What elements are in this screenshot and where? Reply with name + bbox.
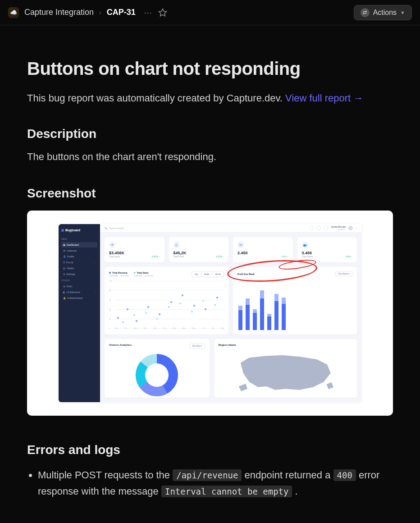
errors-heading: Errors and logs xyxy=(27,443,393,457)
code-endpoint: /api/revenue xyxy=(173,469,242,481)
screenshot-image[interactable]: Bugboard MENU ▦Dashboard⌄ 🗓Calendar 👤Pro… xyxy=(27,211,393,416)
mock-kpi-users: 👥 3.456 Total Users 0.6% ↑ xyxy=(297,237,357,262)
chevron-right-icon: › xyxy=(99,9,101,16)
breadcrumb-issue-key[interactable]: CAP-31 xyxy=(107,8,136,17)
chevron-down-icon: ▼ xyxy=(400,10,405,15)
mock-nav-ui: ◧UI Elements⌄ xyxy=(61,289,97,295)
intro-prefix: This bug report was automatically create… xyxy=(27,92,285,104)
bag-icon: 🛍 xyxy=(237,242,244,248)
mock-plot: 0 20 40 60 80 100 xyxy=(109,281,224,328)
mock-nav-settings: ⚙Settings xyxy=(61,271,97,277)
actions-button[interactable]: ⇄ Actions ▼ xyxy=(354,5,412,20)
mock-interval-segment: Day Week Month xyxy=(192,271,224,277)
more-icon[interactable]: ⋯ xyxy=(144,8,152,18)
mock-nav-auth: 🔒Authentication⌄ xyxy=(61,295,97,301)
description-heading: Description xyxy=(27,127,393,141)
mock-nav-tables: ▤Tables xyxy=(61,266,97,271)
dashboard-mock: Bugboard MENU ▦Dashboard⌄ 🗓Calendar 👤Pro… xyxy=(59,224,361,402)
mock-main: 🔍Type to search… Jordan BurnettEngineer … xyxy=(100,224,361,402)
svg-marker-0 xyxy=(159,9,166,16)
cart-icon: 🛒 xyxy=(173,242,180,248)
eye-icon: 👁 xyxy=(109,242,115,248)
issue-content: Buttons on chart not responding This bug… xyxy=(0,25,420,518)
mock-kpi-profit: 🛒 $45,2K Total Profit 4.22% ↑ xyxy=(169,237,229,262)
page-title: Buttons on chart not responding xyxy=(27,59,393,79)
view-full-report-link[interactable]: View full report → xyxy=(285,92,363,104)
actions-icon: ⇄ xyxy=(361,8,370,17)
screenshot-heading: Screenshot xyxy=(27,186,393,201)
mock-nav-calendar: 🗓Calendar xyxy=(61,248,97,253)
mock-nav-forms: ☰Forms⌄ xyxy=(61,260,97,265)
mock-others-heading: OTHERS xyxy=(61,280,97,282)
errors-section: Errors and logs Multiple POST requests t… xyxy=(27,443,393,500)
mock-sidebar: Bugboard MENU ▦Dashboard⌄ 🗓Calendar 👤Pro… xyxy=(59,224,100,402)
star-icon[interactable] xyxy=(158,8,167,17)
top-bar: ☁️ Capture Integration › CAP-31 ⋯ ⇄ Acti… xyxy=(0,0,420,25)
mock-search: 🔍Type to search… xyxy=(105,227,126,229)
mock-kpi-3: 🛍 2.450 1.6% ↑ xyxy=(233,237,293,262)
intro-text: This bug report was automatically create… xyxy=(27,92,393,104)
code-status: 400 xyxy=(333,469,356,481)
mock-topbar: 🔍Type to search… Jordan BurnettEngineer … xyxy=(100,224,361,233)
map-icon xyxy=(219,349,353,394)
code-message: Interval cannot be empty xyxy=(161,486,292,497)
mock-brand: Bugboard xyxy=(61,229,97,232)
mock-user-cluster: Jordan BurnettEngineer ⌄ xyxy=(309,226,357,230)
breadcrumb: ☁️ Capture Integration › CAP-31 ⋯ xyxy=(8,7,167,18)
mock-revenue-chart: Total Revenue 12.04.2022 – 12.05.2022 To… xyxy=(105,267,228,335)
mock-kpi-row: 👁 $3.456K Total views 5.42% ↑ 🛒 $45,2K T… xyxy=(105,237,357,262)
mock-nav-profile: 👤Profile xyxy=(61,254,97,259)
description-body: The buttons on the chart aren't respondi… xyxy=(27,151,393,163)
mock-kpi-views: 👁 $3.456K Total views 5.42% ↑ xyxy=(105,237,164,262)
breadcrumb-project[interactable]: Capture Integration xyxy=(24,8,94,17)
mock-nav-dashboard: ▦Dashboard⌄ xyxy=(61,242,97,248)
error-log-item: Multiple POST requests to the /api/reven… xyxy=(38,467,393,500)
actions-label: Actions xyxy=(373,9,397,17)
mock-region-map: Region labels xyxy=(214,339,357,398)
users-icon: 👥 xyxy=(302,242,308,248)
mock-menu-heading: MENU xyxy=(61,238,97,240)
mock-visitors-donut: Visitors AnalyticsMonthly ▾ xyxy=(105,339,210,398)
mock-nav-chart: ◔Chart xyxy=(61,284,97,289)
project-icon[interactable]: ☁️ xyxy=(8,7,19,18)
